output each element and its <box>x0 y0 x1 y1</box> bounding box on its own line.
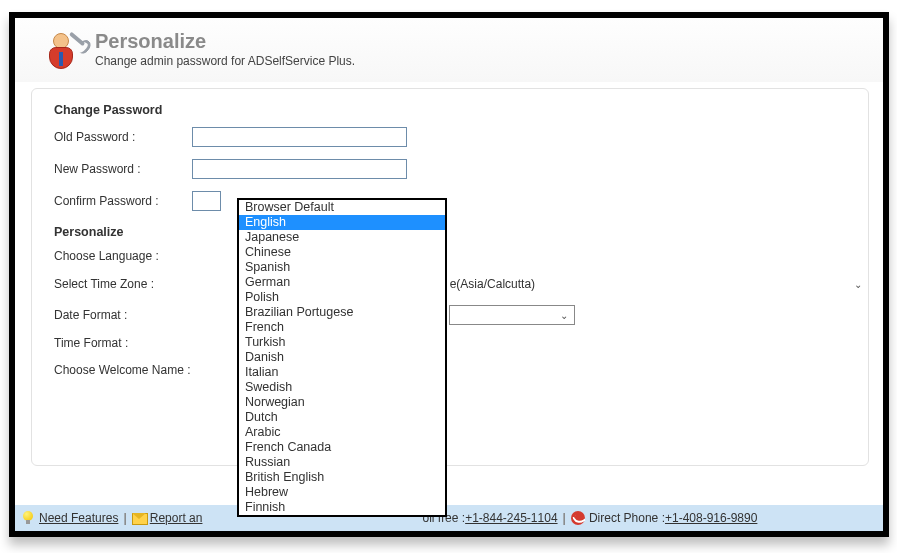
separator: | <box>123 511 126 525</box>
timeformat-row: Time Format : <box>54 336 868 350</box>
language-option[interactable]: Chinese <box>239 245 445 260</box>
personalize-heading: Personalize <box>54 225 868 239</box>
separator: | <box>563 511 566 525</box>
language-label: Choose Language : <box>54 249 192 263</box>
old-password-label: Old Password : <box>54 130 192 144</box>
timezone-value: e(Asia/Calcutta) <box>450 277 535 291</box>
personalize-block: Personalize Choose Language : Select Tim… <box>54 225 868 378</box>
language-option[interactable]: Turkish <box>239 335 445 350</box>
welcomename-label: Choose Welcome Name : <box>54 363 212 377</box>
report-link[interactable]: Report an <box>150 511 203 525</box>
language-option[interactable]: Polish <box>239 290 445 305</box>
dateformat-row: Date Format : ⌄ <box>54 305 868 325</box>
language-row: Choose Language : <box>54 249 868 263</box>
timeformat-label: Time Format : <box>54 336 192 350</box>
welcomename-row: Choose Welcome Name : i <box>54 361 868 378</box>
language-option[interactable]: Russian <box>239 455 445 470</box>
language-option[interactable]: Norwegian <box>239 395 445 410</box>
chevron-down-icon: ⌄ <box>560 310 568 321</box>
direct-number[interactable]: +1-408-916-9890 <box>665 511 757 525</box>
language-option[interactable]: Hebrew <box>239 485 445 500</box>
language-option[interactable]: Japanese <box>239 230 445 245</box>
dateformat-select[interactable]: ⌄ <box>449 305 575 325</box>
confirm-password-row: Confirm Password : <box>54 191 868 211</box>
mail-icon <box>132 511 146 525</box>
direct-label: Direct Phone : <box>589 511 665 525</box>
language-option[interactable]: Arabic <box>239 425 445 440</box>
personalize-avatar-icon <box>43 30 87 74</box>
language-option[interactable]: Brazilian Portugese <box>239 305 445 320</box>
language-option[interactable]: Swedish <box>239 380 445 395</box>
tollfree-number[interactable]: +1-844-245-1104 <box>465 511 557 525</box>
confirm-password-input[interactable] <box>192 191 221 211</box>
footer-bar: Need Features | Report an oll free : +1-… <box>15 505 883 531</box>
bulb-icon <box>21 511 35 525</box>
need-features-link[interactable]: Need Features <box>39 511 118 525</box>
old-password-input[interactable] <box>192 127 407 147</box>
page-header: Personalize Change admin password for AD… <box>15 18 883 82</box>
language-option[interactable]: Italian <box>239 365 445 380</box>
app-window: Personalize Change admin password for AD… <box>9 12 889 537</box>
timezone-label: Select Time Zone : <box>54 277 190 291</box>
phone-icon <box>571 511 585 525</box>
new-password-row: New Password : <box>54 159 868 179</box>
language-option[interactable]: British English <box>239 470 445 485</box>
language-option[interactable]: Browser Default <box>239 200 445 215</box>
new-password-label: New Password : <box>54 162 192 176</box>
page-title: Personalize <box>95 30 355 52</box>
settings-panel: Change Password Old Password : New Passw… <box>31 88 869 466</box>
language-option[interactable]: French Canada <box>239 440 445 455</box>
language-option[interactable]: English <box>239 215 445 230</box>
page-subtitle: Change admin password for ADSelfService … <box>95 54 355 68</box>
timezone-row: Select Time Zone : e(Asia/Calcutta) ⌄ <box>54 274 868 294</box>
language-option[interactable]: German <box>239 275 445 290</box>
language-dropdown[interactable]: Browser DefaultEnglishJapaneseChineseSpa… <box>237 198 447 517</box>
language-option[interactable]: French <box>239 320 445 335</box>
timezone-select[interactable]: e(Asia/Calcutta) ⌄ <box>444 274 868 294</box>
language-option[interactable]: Finnish <box>239 500 445 515</box>
new-password-input[interactable] <box>192 159 407 179</box>
language-option[interactable]: Dutch <box>239 410 445 425</box>
language-option[interactable]: Spanish <box>239 260 445 275</box>
confirm-password-label: Confirm Password : <box>54 194 192 208</box>
old-password-row: Old Password : <box>54 127 868 147</box>
title-block: Personalize Change admin password for AD… <box>95 30 355 68</box>
language-option[interactable]: Danish <box>239 350 445 365</box>
change-password-heading: Change Password <box>54 103 868 117</box>
dateformat-label: Date Format : <box>54 308 192 322</box>
chevron-down-icon: ⌄ <box>854 279 862 290</box>
